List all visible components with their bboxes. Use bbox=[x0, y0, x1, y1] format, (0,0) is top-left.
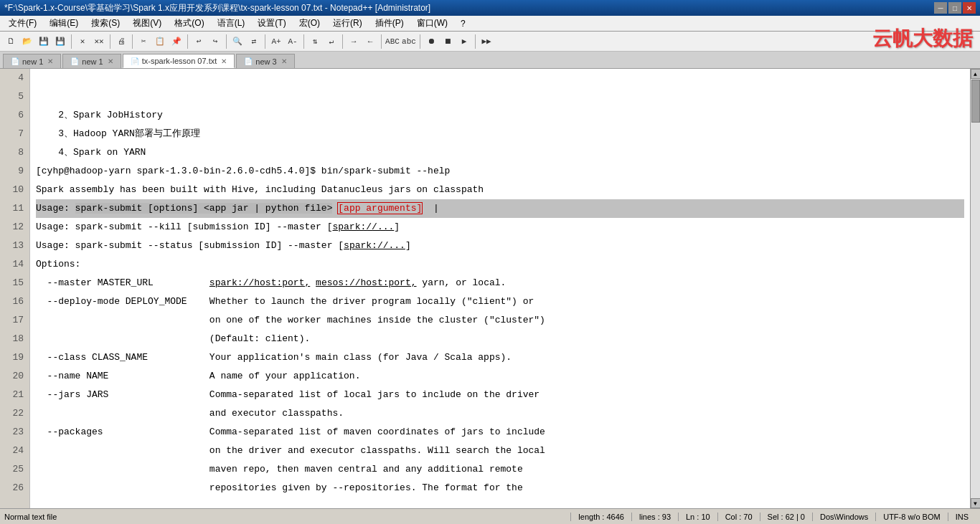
editor-line-26: repositories given by --repositories. Th… bbox=[36, 479, 964, 497]
tab-tab2[interactable]: 📄new 1✕ bbox=[62, 54, 121, 68]
tab-close-btn[interactable]: ✕ bbox=[108, 57, 113, 65]
menu-item[interactable]: 格式(O) bbox=[169, 16, 209, 31]
tab-label: new 3 bbox=[255, 57, 276, 66]
line-number-19: 19 bbox=[6, 348, 24, 367]
scroll-up-arrow[interactable]: ▲ bbox=[971, 69, 981, 79]
mesos-host-url: mesos://host:port, bbox=[316, 277, 416, 288]
status-sections: length : 4646 lines : 93 Ln : 10 Col : 7… bbox=[570, 513, 976, 521]
editor-line-6: 4、Spark on YARN bbox=[36, 143, 964, 162]
macro-play-button[interactable]: ▶ bbox=[456, 34, 472, 49]
line-number-10: 10 bbox=[6, 181, 24, 199]
minimize-button[interactable]: ─ bbox=[934, 2, 947, 14]
tab-tab4[interactable]: 📄new 3✕ bbox=[236, 54, 294, 68]
menu-item[interactable]: 搜索(S) bbox=[85, 16, 126, 31]
save-all-button[interactable]: 💾 bbox=[52, 34, 68, 49]
editor-line-20: --name NAME A name of your application. bbox=[36, 367, 964, 386]
tab-close-btn[interactable]: ✕ bbox=[281, 57, 287, 65]
macro-stop-button[interactable]: ⏹ bbox=[440, 34, 456, 49]
line-number-15: 15 bbox=[6, 274, 24, 292]
title-bar: *F:\Spark-1.x-Course\零基础学习\Spark 1.x应用开发… bbox=[0, 0, 980, 16]
lowercase-button[interactable]: abc bbox=[401, 34, 417, 49]
menu-item[interactable]: 宏(O) bbox=[293, 16, 326, 31]
run-button[interactable]: ▶▶ bbox=[479, 34, 494, 49]
scroll-down-arrow[interactable]: ▼ bbox=[971, 498, 981, 508]
copy-button[interactable]: 📋 bbox=[152, 34, 168, 49]
menu-item[interactable]: 设置(T) bbox=[252, 16, 291, 31]
menu-item[interactable]: 语言(L) bbox=[212, 16, 251, 31]
unindent-button[interactable]: ← bbox=[362, 34, 378, 49]
editor-line-11: Usage: spark-submit --kill [submission I… bbox=[36, 218, 964, 237]
close-all-button[interactable]: ✕✕ bbox=[91, 34, 107, 49]
menu-item[interactable]: 文件(F) bbox=[3, 16, 42, 31]
paste-button[interactable]: 📌 bbox=[169, 34, 184, 49]
tab-close-btn[interactable]: ✕ bbox=[47, 57, 53, 65]
replace-button[interactable]: ⇄ bbox=[246, 34, 262, 49]
status-encoding: UTF-8 w/o BOM bbox=[875, 513, 947, 521]
editor-line-23: --packages Comma-separated list of maven… bbox=[36, 423, 964, 442]
spark-url-11: spark://... bbox=[332, 221, 394, 232]
wrap-button[interactable]: ↵ bbox=[324, 34, 339, 49]
sync-scroll-button[interactable]: ⇅ bbox=[307, 34, 323, 49]
status-filetype: Normal text file bbox=[4, 513, 570, 521]
status-length: length : 4646 bbox=[570, 513, 631, 521]
editor-line-4: 2、Spark JobHistory bbox=[36, 106, 964, 125]
menu-item[interactable]: 插件(P) bbox=[369, 16, 410, 31]
open-button[interactable]: 📂 bbox=[19, 34, 35, 49]
tab-label: tx-spark-lesson 07.txt bbox=[142, 57, 217, 65]
editor-line-16: --deploy-mode DEPLOY_MODE Whether to lau… bbox=[36, 292, 964, 311]
tab-icon: 📄 bbox=[11, 57, 19, 65]
tab-close-btn[interactable]: ✕ bbox=[221, 57, 227, 65]
status-col: Col : 70 bbox=[717, 513, 760, 521]
menu-item[interactable]: 窗口(W) bbox=[411, 16, 453, 31]
line-number-16: 16 bbox=[6, 292, 24, 311]
status-dos: Dos\Windows bbox=[812, 513, 875, 521]
editor[interactable]: 2、Spark JobHistory 3、Hadoop YARN部署与工作原理 … bbox=[30, 69, 970, 508]
menu-item[interactable]: 视图(V) bbox=[127, 16, 167, 31]
toolbar-separator-10 bbox=[420, 34, 420, 49]
cut-button[interactable]: ✂ bbox=[136, 34, 151, 49]
close-button[interactable]: ✕ bbox=[963, 2, 976, 14]
zoom-in-button[interactable]: A+ bbox=[268, 34, 284, 49]
undo-button[interactable]: ↩ bbox=[191, 34, 207, 49]
maximize-button[interactable]: □ bbox=[948, 2, 961, 14]
line-number-13: 13 bbox=[6, 237, 24, 255]
editor-line-9: Spark assembly has been built with Hive,… bbox=[36, 181, 964, 199]
line-number-4: 4 bbox=[6, 69, 24, 87]
scroll-thumb[interactable] bbox=[971, 80, 980, 123]
find-button[interactable]: 🔍 bbox=[230, 34, 245, 49]
status-sel: Sel : 62 | 0 bbox=[760, 513, 812, 521]
redo-button[interactable]: ↪ bbox=[207, 34, 223, 49]
menu-item[interactable]: 运行(R) bbox=[327, 16, 368, 31]
zoom-out-button[interactable]: A- bbox=[285, 34, 301, 49]
editor-line-10: Usage: spark-submit [options] <app jar |… bbox=[36, 199, 964, 218]
new-button[interactable]: 🗋 bbox=[3, 34, 19, 49]
toolbar-separator-9 bbox=[381, 34, 382, 49]
editor-line-5: 3、Hadoop YARN部署与工作原理 bbox=[36, 125, 964, 143]
editor-line-15: --master MASTER_URL spark://host:port, m… bbox=[36, 274, 964, 292]
editor-line-19: --class CLASS_NAME Your application's ma… bbox=[36, 348, 964, 367]
menu-item[interactable]: ? bbox=[455, 17, 471, 30]
scrollbar[interactable]: ▲ ▼ bbox=[970, 69, 980, 508]
line-number-5: 5 bbox=[6, 87, 24, 106]
tab-label: new 1 bbox=[82, 57, 103, 66]
print-button[interactable]: 🖨 bbox=[113, 34, 129, 49]
window-controls: ─ □ ✕ bbox=[934, 2, 976, 14]
menu-item[interactable]: 编辑(E) bbox=[44, 16, 84, 31]
toolbar-separator-6 bbox=[265, 34, 265, 49]
tab-tab1[interactable]: 📄new 1✕ bbox=[3, 54, 61, 68]
scroll-track[interactable] bbox=[971, 79, 981, 498]
indent-button[interactable]: → bbox=[346, 34, 362, 49]
tab-label: new 1 bbox=[22, 57, 43, 66]
spark-url-12: spark://... bbox=[344, 240, 405, 251]
save-button[interactable]: 💾 bbox=[36, 34, 52, 49]
uppercase-button[interactable]: ABC bbox=[385, 34, 400, 49]
line-number-6: 6 bbox=[6, 106, 24, 125]
close-button-tb[interactable]: ✕ bbox=[75, 34, 90, 49]
status-ln: Ln : 10 bbox=[678, 513, 717, 521]
toolbar-separator-2 bbox=[110, 34, 110, 49]
macro-rec-button[interactable]: ⏺ bbox=[423, 34, 439, 49]
tab-tab3[interactable]: 📄tx-spark-lesson 07.txt✕ bbox=[123, 54, 235, 68]
menu-bar: 文件(F)编辑(E)搜索(S)视图(V)格式(O)语言(L)设置(T)宏(O)运… bbox=[0, 16, 980, 32]
toolbar-separator-1 bbox=[71, 34, 72, 49]
toolbar-separator-3 bbox=[132, 34, 133, 49]
